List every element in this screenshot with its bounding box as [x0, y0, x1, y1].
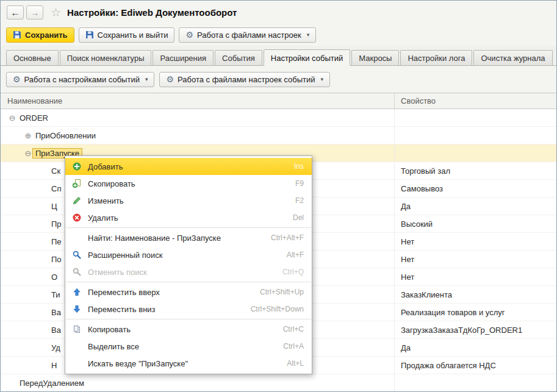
row-value: Продажа облагается НДС — [395, 357, 556, 374]
forward-arrow-icon: → — [31, 7, 40, 18]
context-menu: ДобавитьInsСкопироватьF9ИзменитьF2Удалит… — [65, 155, 312, 374]
row-name: Ти — [51, 290, 60, 299]
titlebar: ← → ☆ Настройки: Ediweb Документооборот — [1, 1, 556, 24]
collapse-icon[interactable]: ⊖ — [7, 113, 17, 123]
row-value — [395, 374, 556, 391]
row-value — [395, 144, 556, 162]
row-value: Да — [395, 339, 556, 356]
menu-item[interactable]: ИзменитьF2 — [65, 192, 312, 209]
tab[interactable]: Поиск номенклатуры — [60, 50, 152, 65]
menu-item-shortcut: Ctrl+Shift+Up — [260, 288, 304, 296]
row-value — [395, 127, 556, 144]
column-header-name[interactable]: Наименование — [1, 93, 395, 109]
tab[interactable]: Очистка журнала — [473, 50, 552, 65]
row-value: Да — [395, 198, 556, 215]
row-value — [395, 109, 556, 126]
save-and-exit-button[interactable]: Сохранить и выйти — [79, 27, 175, 43]
row-value: Нет — [395, 268, 556, 285]
main-toolbar: Сохранить Сохранить и выйти ⚙ Работа с ф… — [1, 24, 556, 46]
menu-item-shortcut: F9 — [295, 179, 304, 188]
menu-item-shortcut: Ctrl+A — [283, 342, 304, 351]
events-files-menu-button[interactable]: ⚙ Работа с файлами настроек событий ▾ — [159, 72, 330, 87]
menu-item[interactable]: Переместить внизCtrl+Shift+Down — [65, 301, 312, 318]
row-name: По — [51, 255, 62, 264]
row-value: Реализация товаров и услуг — [395, 304, 556, 321]
tab[interactable]: Настройки событий — [264, 49, 351, 66]
table-row[interactable]: ПередУдалением — [1, 374, 556, 392]
menu-item[interactable]: Выделить всеCtrl+A — [65, 338, 312, 355]
tab[interactable]: События — [215, 50, 262, 65]
row-name: Ва — [51, 326, 61, 335]
menu-item[interactable]: Искать везде "ПриЗапуске"Alt+L — [65, 355, 312, 372]
copy-new-icon — [72, 179, 82, 188]
menu-item-label: Найти: Наименование - ПриЗапуске — [88, 233, 260, 243]
row-value: Высокий — [395, 215, 556, 232]
tab[interactable]: Макросы — [351, 50, 399, 65]
back-button[interactable]: ← — [7, 5, 24, 20]
menu-item-label: Скопировать — [88, 179, 284, 188]
tab[interactable]: Основные — [6, 50, 59, 65]
column-header-value[interactable]: Свойство — [395, 96, 556, 105]
row-value: Торговый зал — [395, 162, 556, 179]
up-icon — [72, 287, 82, 297]
menu-item[interactable]: Расширенный поискAlt+F — [65, 246, 312, 263]
settings-files-menu-button[interactable]: ⚙ Работа с файлами настроек ▾ — [179, 27, 316, 43]
menu-item[interactable]: Найти: Наименование - ПриЗапускеCtrl+Alt… — [65, 229, 312, 246]
row-name: Ва — [51, 308, 61, 317]
gear-icon: ⚙ — [13, 75, 21, 84]
favorite-star-icon[interactable]: ☆ — [51, 7, 61, 18]
row-name: ПередУдалением — [20, 379, 84, 388]
menu-item-shortcut: Alt+F — [287, 251, 304, 259]
menu-item[interactable]: УдалитьDel — [65, 209, 312, 226]
row-value: ЗаказКлиента — [395, 286, 556, 303]
menu-item-label: Расширенный поиск — [88, 251, 276, 260]
chevron-down-icon: ▾ — [145, 76, 148, 82]
menu-item-shortcut: F2 — [295, 196, 304, 205]
tab-bar: ОсновныеПоиск номенклатурыРасширенияСобы… — [1, 46, 556, 66]
add-icon — [72, 162, 82, 171]
gear-icon: ⚙ — [166, 75, 174, 84]
menu-item-label: Выделить все — [88, 342, 272, 351]
delete-icon — [72, 213, 82, 223]
chevron-down-icon: ▾ — [320, 76, 323, 82]
row-name: Сп — [51, 184, 61, 193]
copy-icon — [72, 324, 82, 334]
save-and-exit-label: Сохранить и выйти — [98, 30, 168, 40]
menu-item[interactable]: ДобавитьIns — [65, 158, 312, 175]
events-files-menu-label: Работа с файлами настроек событий — [178, 75, 315, 84]
row-name: Пе — [51, 237, 62, 246]
row-value: Нет — [395, 251, 556, 268]
expand-icon[interactable]: ⊕ — [23, 131, 33, 140]
tab[interactable]: Расширения — [153, 50, 214, 65]
row-name: Пр — [51, 219, 62, 229]
menu-item-label: Удалить — [88, 213, 282, 223]
menu-item-label: Отменить поиск — [88, 268, 271, 277]
collapse-icon[interactable]: ⊖ — [23, 149, 33, 158]
menu-item[interactable]: КопироватьCtrl+C — [65, 321, 312, 338]
table-row[interactable]: ⊖ORDER — [1, 109, 556, 127]
save-floppy-icon — [13, 30, 21, 39]
icon-spacer — [72, 233, 82, 243]
menu-item[interactable]: СкопироватьF9 — [65, 175, 312, 192]
search-off-icon — [72, 267, 82, 277]
edit-icon — [72, 196, 82, 205]
row-value: Самовывоз — [395, 180, 556, 197]
menu-item-shortcut: Ctrl+Shift+Down — [251, 305, 304, 313]
events-settings-menu-button[interactable]: ⚙ Работа с настройками событий ▾ — [6, 72, 154, 87]
table-row[interactable]: ⊕ПриОбновлении — [1, 127, 556, 144]
table-header: Наименование Свойство — [1, 93, 556, 109]
icon-spacer — [72, 358, 82, 368]
page-title: Настройки: Ediweb Документооборот — [67, 7, 237, 18]
tab[interactable]: Настройки лога — [400, 50, 472, 65]
forward-button[interactable]: → — [26, 5, 43, 20]
menu-item-shortcut: Del — [293, 213, 304, 222]
menu-item[interactable]: Переместить вверхCtrl+Shift+Up — [65, 283, 312, 301]
back-arrow-icon: ← — [11, 7, 20, 18]
save-button[interactable]: Сохранить — [6, 27, 74, 43]
menu-item-shortcut: Ctrl+Alt+F — [271, 233, 304, 242]
row-name: Ск — [51, 166, 60, 176]
row-name: ПриОбновлении — [35, 131, 96, 140]
menu-item-label: Добавить — [88, 162, 283, 171]
menu-item-shortcut: Ins — [294, 162, 304, 171]
row-name: Н — [51, 361, 57, 370]
